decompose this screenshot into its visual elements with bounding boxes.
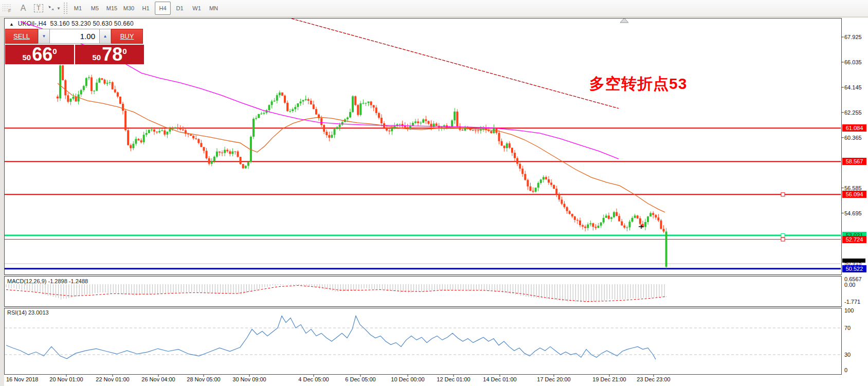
buy-price[interactable]: 50 78 0 <box>75 45 144 64</box>
price-tick-label: 67.925 <box>844 34 868 41</box>
volume-input[interactable] <box>50 29 99 44</box>
one-click-trading-panel: SELL ▼ ▲ BUY 50 66 0 50 78 0 <box>5 29 144 64</box>
date-label: 6 Dec 05:00 <box>345 376 375 382</box>
price-tick-label: 66.035 <box>844 59 868 66</box>
price-line-badge: 61.084 <box>842 124 866 132</box>
date-label: 22 Nov 01:00 <box>96 376 129 382</box>
candlestick-series <box>57 63 667 269</box>
date-label: 17 Dec 20:00 <box>537 376 570 382</box>
sell-price[interactable]: 50 66 0 <box>5 45 75 64</box>
date-label: 26 Nov 04:00 <box>141 376 175 382</box>
sell-price-int: 50 <box>22 53 31 62</box>
volume-decrease-button[interactable]: ▼ <box>38 29 50 44</box>
price-line-badge: 50.522 <box>842 265 866 272</box>
price-line-badge: 58.567 <box>842 158 866 165</box>
buy-price-pips: 78 <box>102 45 122 64</box>
rsi-tick-label: 0 <box>844 367 868 374</box>
volume-increase-button[interactable]: ▲ <box>99 29 111 44</box>
date-label: 4 Dec 05:00 <box>298 376 329 382</box>
date-label: 14 Dec 01:00 <box>483 376 516 382</box>
price-line-badge: 52.724 <box>842 236 866 243</box>
sell-price-pips: 66 <box>32 45 52 64</box>
price-tick-label: 60.365 <box>844 135 868 141</box>
rsi-tick-label: 30 <box>844 352 868 358</box>
date-label: 19 Dec 21:00 <box>592 376 626 382</box>
price-line-badge: 56.094 <box>842 191 866 198</box>
mt4-workspace: F A T ▼ M1M5M15M30H1H4D1W1MN ▲ UKOil-,H4… <box>0 0 868 386</box>
obscuring-bar <box>842 259 865 263</box>
buy-price-point: 0 <box>122 47 126 56</box>
sell-button[interactable]: SELL <box>5 29 38 44</box>
rsi-tick-label: 70 <box>844 325 868 332</box>
date-label: 16 Nov 2018 <box>6 376 38 382</box>
price-tick-label: 64.145 <box>844 84 868 91</box>
date-label: 10 Dec 00:00 <box>391 376 424 382</box>
date-label: 23 Dec 23:00 <box>637 376 670 382</box>
sell-price-point: 0 <box>52 47 57 56</box>
date-label: 28 Nov 05:00 <box>187 376 220 382</box>
price-tick-label: 62.255 <box>844 109 868 116</box>
macd-tick-label: -1.771 <box>844 299 868 305</box>
date-label: 12 Dec 01:00 <box>437 376 470 382</box>
price-tick-label: 54.695 <box>844 210 868 217</box>
macd-tick-label: 0.00 <box>844 282 868 288</box>
chart-annotation-text: 多空转折点53 <box>589 73 687 95</box>
buy-button[interactable]: BUY <box>111 29 143 44</box>
date-label: 30 Nov 09:00 <box>232 376 266 382</box>
date-label: 20 Nov 01:00 <box>49 376 83 382</box>
rsi-tick-label: 100 <box>844 307 868 314</box>
buy-price-int: 50 <box>92 53 101 62</box>
